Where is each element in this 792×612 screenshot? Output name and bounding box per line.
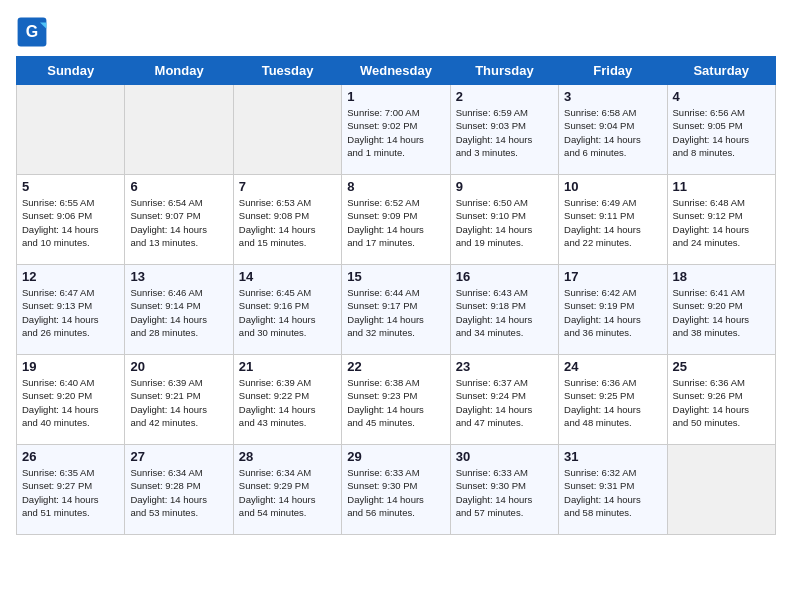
day-number: 4: [673, 89, 770, 104]
day-number: 28: [239, 449, 336, 464]
calendar-cell: 31Sunrise: 6:32 AM Sunset: 9:31 PM Dayli…: [559, 445, 667, 535]
day-info: Sunrise: 6:38 AM Sunset: 9:23 PM Dayligh…: [347, 376, 444, 429]
day-number: 21: [239, 359, 336, 374]
day-info: Sunrise: 6:33 AM Sunset: 9:30 PM Dayligh…: [347, 466, 444, 519]
day-info: Sunrise: 6:49 AM Sunset: 9:11 PM Dayligh…: [564, 196, 661, 249]
day-number: 22: [347, 359, 444, 374]
day-info: Sunrise: 6:36 AM Sunset: 9:25 PM Dayligh…: [564, 376, 661, 429]
calendar-cell: 30Sunrise: 6:33 AM Sunset: 9:30 PM Dayli…: [450, 445, 558, 535]
calendar-cell: 3Sunrise: 6:58 AM Sunset: 9:04 PM Daylig…: [559, 85, 667, 175]
day-info: Sunrise: 6:46 AM Sunset: 9:14 PM Dayligh…: [130, 286, 227, 339]
day-info: Sunrise: 6:52 AM Sunset: 9:09 PM Dayligh…: [347, 196, 444, 249]
logo-icon: G: [16, 16, 48, 48]
calendar-cell: 2Sunrise: 6:59 AM Sunset: 9:03 PM Daylig…: [450, 85, 558, 175]
column-header-wednesday: Wednesday: [342, 57, 450, 85]
day-number: 15: [347, 269, 444, 284]
day-number: 29: [347, 449, 444, 464]
calendar-cell: 9Sunrise: 6:50 AM Sunset: 9:10 PM Daylig…: [450, 175, 558, 265]
calendar-cell: 22Sunrise: 6:38 AM Sunset: 9:23 PM Dayli…: [342, 355, 450, 445]
calendar-cell: 10Sunrise: 6:49 AM Sunset: 9:11 PM Dayli…: [559, 175, 667, 265]
calendar-body: 1Sunrise: 7:00 AM Sunset: 9:02 PM Daylig…: [17, 85, 776, 535]
day-info: Sunrise: 6:48 AM Sunset: 9:12 PM Dayligh…: [673, 196, 770, 249]
day-number: 16: [456, 269, 553, 284]
day-info: Sunrise: 6:32 AM Sunset: 9:31 PM Dayligh…: [564, 466, 661, 519]
day-info: Sunrise: 6:41 AM Sunset: 9:20 PM Dayligh…: [673, 286, 770, 339]
calendar-week-row: 26Sunrise: 6:35 AM Sunset: 9:27 PM Dayli…: [17, 445, 776, 535]
day-info: Sunrise: 6:42 AM Sunset: 9:19 PM Dayligh…: [564, 286, 661, 339]
day-info: Sunrise: 6:34 AM Sunset: 9:28 PM Dayligh…: [130, 466, 227, 519]
column-header-saturday: Saturday: [667, 57, 775, 85]
day-info: Sunrise: 6:53 AM Sunset: 9:08 PM Dayligh…: [239, 196, 336, 249]
calendar-cell: 21Sunrise: 6:39 AM Sunset: 9:22 PM Dayli…: [233, 355, 341, 445]
calendar-cell: 8Sunrise: 6:52 AM Sunset: 9:09 PM Daylig…: [342, 175, 450, 265]
day-info: Sunrise: 6:40 AM Sunset: 9:20 PM Dayligh…: [22, 376, 119, 429]
day-number: 14: [239, 269, 336, 284]
day-info: Sunrise: 6:35 AM Sunset: 9:27 PM Dayligh…: [22, 466, 119, 519]
day-info: Sunrise: 6:44 AM Sunset: 9:17 PM Dayligh…: [347, 286, 444, 339]
day-info: Sunrise: 6:39 AM Sunset: 9:22 PM Dayligh…: [239, 376, 336, 429]
day-info: Sunrise: 6:33 AM Sunset: 9:30 PM Dayligh…: [456, 466, 553, 519]
day-number: 20: [130, 359, 227, 374]
column-header-monday: Monday: [125, 57, 233, 85]
day-info: Sunrise: 6:34 AM Sunset: 9:29 PM Dayligh…: [239, 466, 336, 519]
day-info: Sunrise: 6:37 AM Sunset: 9:24 PM Dayligh…: [456, 376, 553, 429]
day-info: Sunrise: 6:45 AM Sunset: 9:16 PM Dayligh…: [239, 286, 336, 339]
calendar-cell: 16Sunrise: 6:43 AM Sunset: 9:18 PM Dayli…: [450, 265, 558, 355]
column-header-sunday: Sunday: [17, 57, 125, 85]
calendar-cell: 25Sunrise: 6:36 AM Sunset: 9:26 PM Dayli…: [667, 355, 775, 445]
calendar-cell: 18Sunrise: 6:41 AM Sunset: 9:20 PM Dayli…: [667, 265, 775, 355]
day-info: Sunrise: 6:36 AM Sunset: 9:26 PM Dayligh…: [673, 376, 770, 429]
calendar-cell: 24Sunrise: 6:36 AM Sunset: 9:25 PM Dayli…: [559, 355, 667, 445]
day-number: 31: [564, 449, 661, 464]
day-number: 5: [22, 179, 119, 194]
calendar-cell: 26Sunrise: 6:35 AM Sunset: 9:27 PM Dayli…: [17, 445, 125, 535]
calendar-cell: 28Sunrise: 6:34 AM Sunset: 9:29 PM Dayli…: [233, 445, 341, 535]
day-number: 2: [456, 89, 553, 104]
column-header-friday: Friday: [559, 57, 667, 85]
day-number: 17: [564, 269, 661, 284]
calendar-cell: [17, 85, 125, 175]
day-info: Sunrise: 6:54 AM Sunset: 9:07 PM Dayligh…: [130, 196, 227, 249]
svg-text:G: G: [26, 23, 38, 40]
day-number: 18: [673, 269, 770, 284]
calendar-cell: [233, 85, 341, 175]
day-info: Sunrise: 6:58 AM Sunset: 9:04 PM Dayligh…: [564, 106, 661, 159]
day-number: 19: [22, 359, 119, 374]
day-number: 10: [564, 179, 661, 194]
day-number: 26: [22, 449, 119, 464]
calendar-cell: 13Sunrise: 6:46 AM Sunset: 9:14 PM Dayli…: [125, 265, 233, 355]
calendar-cell: 27Sunrise: 6:34 AM Sunset: 9:28 PM Dayli…: [125, 445, 233, 535]
day-number: 6: [130, 179, 227, 194]
calendar-cell: 15Sunrise: 6:44 AM Sunset: 9:17 PM Dayli…: [342, 265, 450, 355]
calendar-week-row: 5Sunrise: 6:55 AM Sunset: 9:06 PM Daylig…: [17, 175, 776, 265]
day-number: 9: [456, 179, 553, 194]
day-number: 24: [564, 359, 661, 374]
calendar-table: SundayMondayTuesdayWednesdayThursdayFrid…: [16, 56, 776, 535]
calendar-cell: [667, 445, 775, 535]
calendar-week-row: 1Sunrise: 7:00 AM Sunset: 9:02 PM Daylig…: [17, 85, 776, 175]
day-number: 8: [347, 179, 444, 194]
page-header: G: [16, 16, 776, 48]
calendar-cell: 19Sunrise: 6:40 AM Sunset: 9:20 PM Dayli…: [17, 355, 125, 445]
calendar-cell: 7Sunrise: 6:53 AM Sunset: 9:08 PM Daylig…: [233, 175, 341, 265]
calendar-cell: 6Sunrise: 6:54 AM Sunset: 9:07 PM Daylig…: [125, 175, 233, 265]
day-info: Sunrise: 6:47 AM Sunset: 9:13 PM Dayligh…: [22, 286, 119, 339]
day-info: Sunrise: 6:56 AM Sunset: 9:05 PM Dayligh…: [673, 106, 770, 159]
calendar-cell: 17Sunrise: 6:42 AM Sunset: 9:19 PM Dayli…: [559, 265, 667, 355]
calendar-cell: 14Sunrise: 6:45 AM Sunset: 9:16 PM Dayli…: [233, 265, 341, 355]
column-header-tuesday: Tuesday: [233, 57, 341, 85]
day-number: 25: [673, 359, 770, 374]
day-number: 1: [347, 89, 444, 104]
day-number: 3: [564, 89, 661, 104]
day-number: 27: [130, 449, 227, 464]
calendar-week-row: 12Sunrise: 6:47 AM Sunset: 9:13 PM Dayli…: [17, 265, 776, 355]
logo: G: [16, 16, 52, 48]
day-info: Sunrise: 6:50 AM Sunset: 9:10 PM Dayligh…: [456, 196, 553, 249]
day-info: Sunrise: 6:59 AM Sunset: 9:03 PM Dayligh…: [456, 106, 553, 159]
day-info: Sunrise: 7:00 AM Sunset: 9:02 PM Dayligh…: [347, 106, 444, 159]
day-info: Sunrise: 6:55 AM Sunset: 9:06 PM Dayligh…: [22, 196, 119, 249]
calendar-cell: 4Sunrise: 6:56 AM Sunset: 9:05 PM Daylig…: [667, 85, 775, 175]
day-number: 30: [456, 449, 553, 464]
calendar-cell: 1Sunrise: 7:00 AM Sunset: 9:02 PM Daylig…: [342, 85, 450, 175]
calendar-cell: 20Sunrise: 6:39 AM Sunset: 9:21 PM Dayli…: [125, 355, 233, 445]
